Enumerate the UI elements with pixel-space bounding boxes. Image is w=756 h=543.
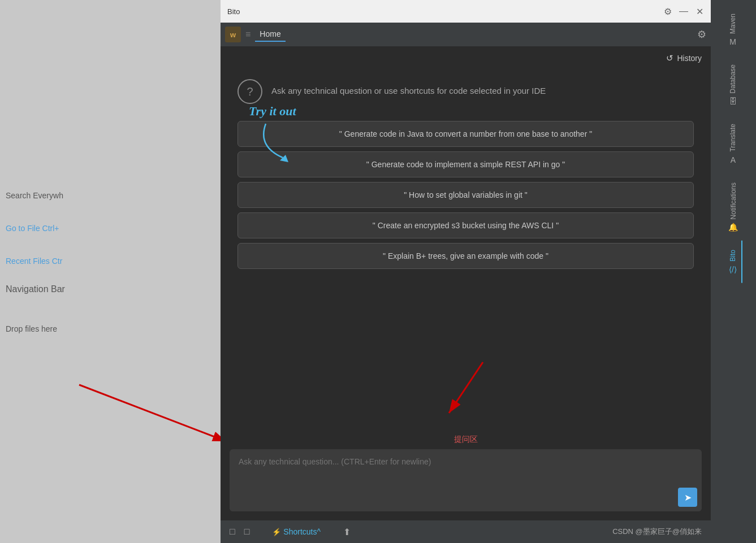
input-area: ➤ [221, 445, 711, 520]
shortcuts-label: Shortcuts^ [283, 527, 321, 536]
panel-settings-icon[interactable]: ⚙ [697, 29, 706, 40]
sidebar-item-notifications[interactable]: 🔔 Notifications [724, 173, 744, 241]
database-label: Database [729, 64, 737, 93]
database-icon: 🗄 [729, 97, 737, 106]
history-bar: ↺ History [221, 46, 711, 68]
input-container: ➤ [230, 449, 702, 511]
history-label: History [677, 54, 702, 63]
suggestion-2[interactable]: " Generate code to implement a simple RE… [237, 151, 694, 177]
suggestion-1[interactable]: " Generate code in Java to convert a num… [237, 121, 694, 147]
suggestions-list: " Generate code in Java to convert a num… [237, 121, 694, 269]
bito-label: Bito [729, 250, 737, 262]
maven-label: Maven [729, 14, 737, 34]
tab-bar: w ≡ Home ⚙ [221, 23, 711, 46]
history-icon: ↺ [666, 53, 673, 63]
input-toolbar: ➤ [230, 485, 702, 511]
try-it-out-arrow [254, 118, 300, 163]
svg-line-1 [79, 385, 226, 441]
ide-goto-text: Go to File Ctrl+ [6, 224, 59, 233]
question-icon: ? [237, 79, 262, 104]
footer-info: CSDN @墨家巨子@俏如来 [612, 527, 702, 537]
suggestion-5[interactable]: " Explain B+ trees, give an example with… [237, 243, 694, 269]
suggestion-4[interactable]: " Create an encrypted s3 bucket using th… [237, 212, 694, 238]
question-input[interactable] [230, 449, 702, 483]
bito-icon: ⟨/⟩ [729, 265, 737, 274]
ide-search-text: Search Everywh [6, 191, 63, 200]
footer: □ □ ⚡ Shortcuts^ ⬆ CSDN @墨家巨子@俏如来 [221, 520, 711, 543]
settings-icon[interactable]: ⚙ [663, 7, 672, 16]
app-title: Bito [227, 7, 240, 16]
sidebar-item-translate[interactable]: A Translate [724, 115, 742, 173]
bito-panel: Bito ⚙ — ✕ w ≡ Home ⚙ ↺ History [221, 0, 711, 543]
shortcuts-icon: ⚡ [272, 528, 281, 536]
try-it-out-label: Try it out [249, 104, 296, 119]
shortcuts-button[interactable]: ⚡ Shortcuts^ [272, 527, 321, 536]
prompt-area: ? Ask any technical question or use shor… [237, 79, 694, 104]
footer-left-icons: □ □ [230, 527, 249, 537]
prompt-text: Ask any technical question or use shortc… [271, 79, 546, 97]
main-content: ↺ History ? Ask any technical question o… [221, 46, 711, 520]
tab-home[interactable]: Home [255, 27, 285, 42]
ide-navbar-text: Navigation Bar [6, 284, 65, 294]
chat-area: ? Ask any technical question or use shor… [221, 68, 711, 418]
cursor-icon: ⬆ [343, 527, 351, 537]
title-bar-left: Bito [227, 7, 240, 16]
footer-icon-2[interactable]: □ [244, 527, 250, 537]
label-text: 提问区 [454, 435, 478, 445]
ide-dropfiles-text: Drop files here [6, 324, 57, 333]
tab-bar-right: ⚙ [697, 28, 706, 41]
svg-marker-2 [280, 155, 288, 162]
close-icon[interactable]: ✕ [695, 7, 704, 16]
ide-recent-text: Recent Files Ctr [6, 257, 62, 266]
notifications-icon: 🔔 [728, 223, 738, 232]
sidebar-item-maven[interactable]: M Maven [724, 5, 742, 55]
history-button[interactable]: ↺ History [666, 53, 702, 63]
translate-icon: A [730, 155, 735, 164]
minimize-icon[interactable]: — [679, 7, 688, 16]
notifications-label: Notifications [729, 183, 737, 219]
maven-icon: M [729, 37, 736, 46]
right-sidebar: M Maven 🗄 Database A Translate 🔔 Notific… [711, 0, 756, 543]
title-bar-right: ⚙ — ✕ [663, 7, 704, 16]
title-bar: Bito ⚙ — ✕ [221, 0, 711, 23]
sidebar-item-bito[interactable]: ⟨/⟩ Bito [724, 241, 742, 283]
footer-icon-1[interactable]: □ [230, 527, 235, 537]
label-area: 提问区 [221, 435, 711, 445]
suggestion-3[interactable]: " How to set global variables in git " [237, 182, 694, 208]
sidebar-item-database[interactable]: 🗄 Database [724, 55, 742, 115]
translate-label: Translate [729, 124, 737, 152]
ide-background: Search Everywh Go to File Ctrl+ Recent F… [0, 0, 221, 543]
send-button[interactable]: ➤ [678, 488, 697, 507]
tab-separator: ≡ [245, 29, 250, 40]
workspace-button[interactable]: w [225, 27, 241, 42]
